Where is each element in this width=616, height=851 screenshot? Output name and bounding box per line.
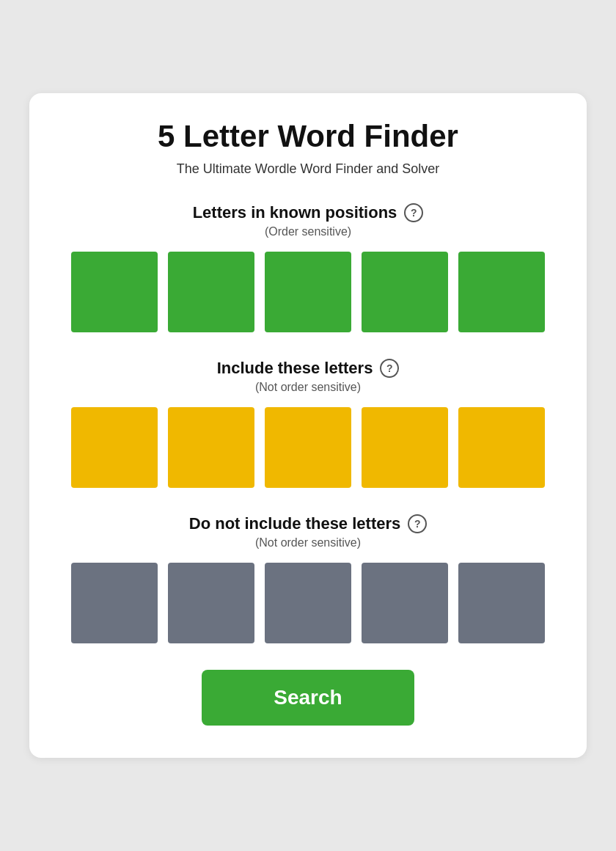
known-positions-title: Letters in known positions (193, 203, 397, 222)
exclude-tile-5[interactable] (458, 563, 545, 643)
known-tile-3[interactable] (265, 252, 351, 332)
exclude-letters-section: Do not include these letters ? (Not orde… (65, 514, 551, 643)
include-tile-5[interactable] (458, 407, 545, 488)
known-positions-section: Letters in known positions ? (Order sens… (65, 203, 551, 332)
exclude-tile-3[interactable] (265, 563, 351, 643)
include-letters-section: Include these letters ? (Not order sensi… (65, 359, 551, 488)
include-tile-1[interactable] (71, 407, 158, 488)
include-letters-header: Include these letters ? (65, 359, 551, 378)
include-tile-4[interactable] (362, 407, 448, 488)
include-letters-note: (Not order sensitive) (65, 381, 551, 394)
exclude-tile-4[interactable] (362, 563, 448, 643)
exclude-letters-note: (Not order sensitive) (65, 536, 551, 549)
exclude-letters-tiles (65, 563, 551, 643)
known-tile-2[interactable] (168, 252, 254, 332)
include-tile-3[interactable] (265, 407, 351, 488)
exclude-letters-help-icon[interactable]: ? (408, 514, 427, 533)
exclude-tile-2[interactable] (168, 563, 254, 643)
page-subtitle: The Ultimate Wordle Word Finder and Solv… (65, 161, 551, 177)
exclude-tile-1[interactable] (71, 563, 158, 643)
search-button[interactable]: Search (202, 670, 414, 726)
known-positions-help-icon[interactable]: ? (404, 203, 423, 222)
include-letters-tiles (65, 407, 551, 488)
exclude-letters-title: Do not include these letters (189, 514, 401, 533)
known-tile-1[interactable] (71, 252, 158, 332)
known-tile-4[interactable] (362, 252, 448, 332)
known-positions-header: Letters in known positions ? (65, 203, 551, 222)
include-letters-help-icon[interactable]: ? (380, 359, 399, 378)
known-positions-tiles (65, 252, 551, 332)
page-title: 5 Letter Word Finder (65, 120, 551, 153)
main-card: 5 Letter Word Finder The Ultimate Wordle… (29, 93, 587, 757)
known-tile-5[interactable] (458, 252, 545, 332)
exclude-letters-header: Do not include these letters ? (65, 514, 551, 533)
known-positions-note: (Order sensitive) (65, 225, 551, 238)
include-letters-title: Include these letters (217, 359, 373, 378)
include-tile-2[interactable] (168, 407, 254, 488)
